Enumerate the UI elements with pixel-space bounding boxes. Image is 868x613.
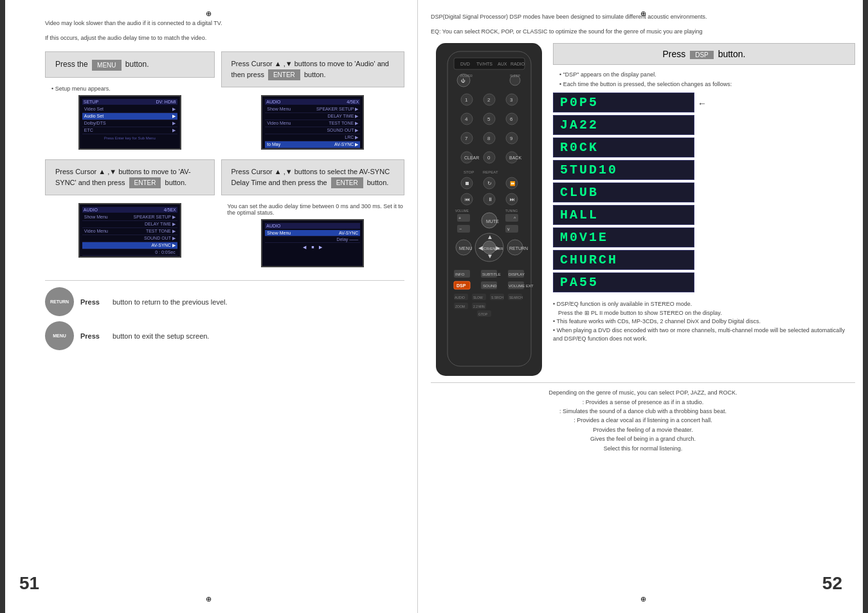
dsp-mode-pops: P0P5	[553, 93, 694, 114]
screen2-row-1: Show MenuSPEAKER SETUP ▶	[265, 106, 360, 113]
press2-desc: button to exit the setup screen.	[113, 332, 209, 340]
dsp-hall: HALL	[553, 205, 694, 225]
menu-icon: MENU	[45, 321, 74, 350]
dsp-mode-church: CHURCH	[553, 250, 694, 271]
screen4-controls: ◀■▶	[265, 243, 360, 252]
svg-text:3: 3	[510, 97, 513, 103]
dsp-pops: P0P5	[553, 93, 694, 112]
dsp-note-2: Press the ⊞ PL II mode button to show ST…	[558, 309, 855, 318]
svg-text:VOLUME EXT: VOLUME EXT	[509, 284, 534, 288]
screen4: AUDIO Show MenuAV-SYNC Delay —— ◀■▶	[261, 219, 364, 267]
svg-text:▲: ▲	[487, 233, 493, 240]
svg-text:INFO: INFO	[455, 272, 465, 276]
dsp-modes-list: P0P5 JA22 R0CK 5TUD10 CLUB	[553, 93, 694, 295]
return-icon: RETURN	[45, 287, 74, 316]
dsp-bullets: • "DSP" appears on the display panel. • …	[553, 71, 855, 87]
left-page-number: 51	[19, 573, 39, 594]
svg-text:2.2 MIN: 2.2 MIN	[473, 305, 485, 308]
left-page-marker	[0, 0, 5, 613]
dsp-prefix: Press	[663, 49, 686, 59]
section1-prefix: Press the	[55, 60, 88, 69]
genre-item-1: : Provides a sense of presence as if in …	[431, 398, 855, 407]
left-page: Video may look slower than the audio if …	[0, 0, 418, 613]
section1-suffix: button.	[125, 60, 149, 69]
screen4-titlebar: AUDIO	[265, 223, 360, 229]
press1-desc: button to return to the previous level.	[113, 298, 228, 306]
svg-text:8: 8	[487, 136, 491, 141]
press-row-1: RETURN Press button to return to the pre…	[45, 287, 404, 316]
svg-text:⏸: ⏸	[487, 197, 493, 202]
svg-text:↻: ↻	[487, 181, 492, 186]
svg-text:CLEAR: CLEAR	[464, 155, 479, 160]
screen1-row-4: ETC▶	[82, 127, 177, 134]
svg-text:0: 0	[487, 155, 491, 161]
screen3-container: AUDIO 4/5EX Show MenuSPEAKER SETUP ▶ DEL…	[45, 203, 215, 258]
svg-text:⏭: ⏭	[510, 197, 515, 202]
right-main-content: DVD TV/HTS AUX RADIO ⏻ POWER SLEEP 1	[431, 43, 855, 376]
svg-text:DSP: DSP	[457, 283, 466, 288]
svg-text:S.SRCH: S.SRCH	[491, 296, 503, 299]
svg-text:SUBTITLE: SUBTITLE	[482, 272, 501, 276]
svg-text:2: 2	[487, 97, 491, 103]
svg-text:v: v	[507, 227, 510, 231]
dsp-section: Press DSP button. • "DSP" appears on the…	[553, 43, 855, 376]
remote-section: DVD TV/HTS AUX RADIO ⏻ POWER SLEEP 1	[431, 43, 547, 376]
screen3-row-3: Video MenuTEST TONE ▶	[82, 228, 177, 235]
svg-text:4: 4	[465, 116, 468, 122]
section4-button: ENTER	[331, 177, 363, 188]
screen2: AUDIO 4/5EX Show MenuSPEAKER SETUP ▶ DEL…	[261, 95, 364, 150]
left-note-2: If this occurs, adjust the audio delay t…	[45, 34, 404, 42]
genre-item-6: Select this for normal listening.	[431, 444, 855, 453]
svg-text:+: +	[458, 216, 461, 220]
svg-text:SEARCH: SEARCH	[509, 296, 523, 299]
bottom-section: RETURN Press button to return to the pre…	[45, 280, 404, 350]
screen1-titlebar: SETUP DV: HDMI	[82, 99, 177, 105]
svg-text:1: 1	[465, 97, 468, 103]
dsp-mode-club: CLUB	[553, 182, 694, 204]
dsp-bullet-2: • Each time the button is pressed, the s…	[559, 81, 855, 87]
bottom-crosshair-right: ⊕	[640, 595, 646, 603]
svg-text:AUX: AUX	[498, 62, 507, 66]
dsp-button: DSP	[690, 51, 714, 59]
svg-text:ZOOM: ZOOM	[455, 305, 465, 308]
dsp-header: Press DSP button.	[553, 43, 855, 65]
section-2: Press Cursor ▲ ,▼ buttons to move to 'Au…	[221, 51, 404, 153]
svg-text:MENU: MENU	[459, 246, 473, 251]
section-4: Press Cursor ▲ ,▼ buttons to select the …	[221, 159, 404, 271]
genre-item-2: : Simulates the sound of a dance club wi…	[431, 407, 855, 416]
screen1-row-2: Audio Set▶	[82, 113, 177, 120]
dsp-mode-studio: 5TUD10	[553, 160, 694, 181]
screen2-titlebar: AUDIO 4/5EX	[265, 99, 360, 105]
section-3: Press Cursor ▲ ,▼ buttons to move to 'AV…	[45, 159, 215, 271]
right-page: DSP(Digital Signal Processor) DSP modes …	[418, 0, 868, 613]
dsp-mode-rock: R0CK	[553, 138, 694, 159]
dsp-movie: M0V1E	[553, 227, 694, 247]
svg-text:−: −	[459, 227, 462, 231]
genre-item-5: Gives the feel of being in a grand churc…	[431, 434, 855, 443]
dsp-mode-jazz: JA22	[553, 115, 694, 136]
dsp-club: CLUB	[553, 182, 694, 202]
remote-control: DVD TV/HTS AUX RADIO ⏻ POWER SLEEP 1	[436, 43, 542, 376]
screen2-container: AUDIO 4/5EX Show MenuSPEAKER SETUP ▶ DEL…	[221, 95, 404, 150]
svg-text:5: 5	[487, 116, 491, 122]
screen1-footer: Press Enter key for Sub Menu	[82, 136, 177, 140]
genre-info: Depending on the genre of music, you can…	[431, 388, 855, 453]
screen4-menu: Show MenuAV-SYNC Delay —— ◀■▶	[265, 230, 360, 252]
screen1-menu: Video Set▶ Audio Set▶ Dolby/DTS▶ ETC▶	[82, 106, 177, 134]
dsp-arrow-indicator: ←	[698, 96, 707, 112]
svg-text:RETURN: RETURN	[509, 246, 528, 251]
svg-text:VOLUME: VOLUME	[455, 209, 469, 213]
dsp-mode-hall: HALL	[553, 205, 694, 226]
section-1: Press the MENU button. • Setup menu appe…	[45, 51, 215, 153]
dsp-note-1: • DSP/EQ function is only available in S…	[553, 300, 855, 309]
section3-button: ENTER	[129, 177, 161, 188]
press1-label: Press	[80, 298, 106, 306]
screen1-container: SETUP DV: HDMI Video Set▶ Audio Set▶ Dol…	[45, 95, 215, 150]
right-bottom: Depending on the genre of music, you can…	[431, 382, 855, 453]
remote-svg: DVD TV/HTS AUX RADIO ⏻ POWER SLEEP 1	[441, 48, 538, 369]
press-row-2: MENU Press button to exit the setup scre…	[45, 321, 404, 350]
screen2-row-4: SOUND OUT ▶	[265, 127, 360, 134]
screen3: AUDIO 4/5EX Show MenuSPEAKER SETUP ▶ DEL…	[78, 203, 181, 258]
section2-button: ENTER	[268, 69, 300, 80]
section1-bullet: • Setup menu appears.	[51, 85, 215, 92]
